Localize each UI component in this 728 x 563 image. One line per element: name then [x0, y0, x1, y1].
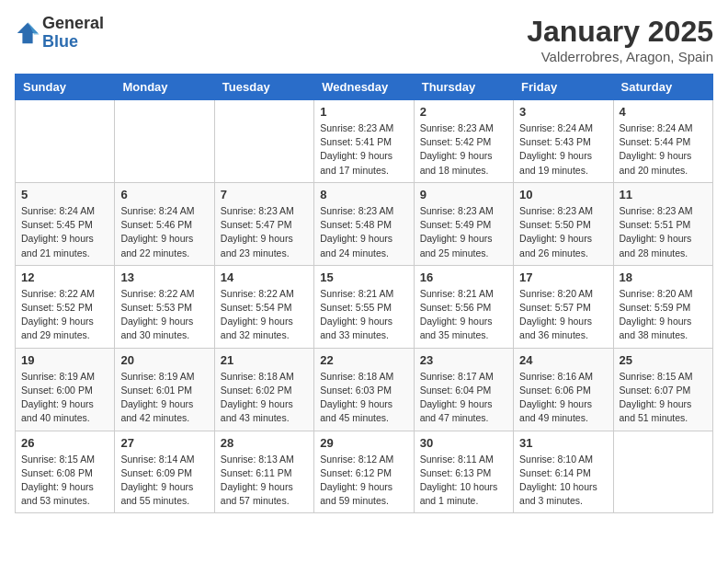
calendar-cell: 9Sunrise: 8:23 AM Sunset: 5:49 PM Daylig…: [414, 182, 513, 265]
day-info: Sunrise: 8:23 AM Sunset: 5:41 PM Dayligh…: [320, 121, 407, 178]
day-info: Sunrise: 8:23 AM Sunset: 5:49 PM Dayligh…: [420, 204, 507, 260]
calendar-cell: 18Sunrise: 8:20 AM Sunset: 5:59 PM Dayli…: [613, 265, 712, 348]
day-number: 7: [221, 188, 308, 201]
calendar-cell: 23Sunrise: 8:17 AM Sunset: 6:04 PM Dayli…: [414, 348, 513, 431]
calendar-cell: 4Sunrise: 8:24 AM Sunset: 5:44 PM Daylig…: [613, 100, 712, 183]
day-number: 4: [620, 105, 707, 119]
calendar-cell: 21Sunrise: 8:18 AM Sunset: 6:02 PM Dayli…: [214, 348, 313, 431]
day-info: Sunrise: 8:18 AM Sunset: 6:03 PM Dayligh…: [320, 370, 407, 426]
calendar-cell: 10Sunrise: 8:23 AM Sunset: 5:50 PM Dayli…: [514, 182, 613, 265]
day-number: 8: [320, 188, 407, 201]
day-number: 26: [21, 436, 108, 450]
calendar-cell: 31Sunrise: 8:10 AM Sunset: 6:14 PM Dayli…: [514, 431, 613, 513]
calendar-cell: 3Sunrise: 8:24 AM Sunset: 5:43 PM Daylig…: [514, 100, 613, 183]
day-number: 5: [21, 188, 108, 201]
day-info: Sunrise: 8:15 AM Sunset: 6:07 PM Dayligh…: [620, 370, 707, 426]
day-info: Sunrise: 8:24 AM Sunset: 5:45 PM Dayligh…: [21, 204, 108, 260]
calendar-cell: 6Sunrise: 8:24 AM Sunset: 5:46 PM Daylig…: [115, 182, 214, 265]
weekday-header: Monday: [115, 75, 214, 100]
logo: General Blue: [15, 15, 104, 52]
calendar-cell: [613, 431, 712, 513]
day-info: Sunrise: 8:10 AM Sunset: 6:14 PM Dayligh…: [519, 453, 607, 509]
day-info: Sunrise: 8:12 AM Sunset: 6:12 PM Dayligh…: [320, 453, 407, 509]
day-number: 21: [221, 353, 308, 367]
calendar-cell: 15Sunrise: 8:21 AM Sunset: 5:55 PM Dayli…: [314, 265, 414, 348]
calendar-cell: [115, 100, 214, 183]
day-number: 14: [221, 270, 308, 284]
day-info: Sunrise: 8:23 AM Sunset: 5:50 PM Dayligh…: [519, 204, 607, 260]
day-number: 6: [120, 188, 208, 201]
day-info: Sunrise: 8:23 AM Sunset: 5:47 PM Dayligh…: [221, 204, 308, 260]
calendar-cell: 24Sunrise: 8:16 AM Sunset: 6:06 PM Dayli…: [514, 348, 613, 431]
day-info: Sunrise: 8:22 AM Sunset: 5:52 PM Dayligh…: [21, 287, 108, 343]
logo-blue-label: Blue: [42, 33, 104, 52]
day-number: 28: [221, 436, 308, 450]
day-number: 22: [320, 353, 407, 367]
title-block: January 2025 Valderrobres, Aragon, Spain: [527, 15, 713, 64]
day-number: 16: [420, 270, 507, 284]
day-number: 15: [320, 270, 407, 284]
calendar-week-row: 12Sunrise: 8:22 AM Sunset: 5:52 PM Dayli…: [16, 265, 713, 348]
weekday-header: Thursday: [414, 75, 513, 100]
day-number: 13: [120, 270, 208, 284]
calendar-cell: 22Sunrise: 8:18 AM Sunset: 6:03 PM Dayli…: [314, 348, 414, 431]
calendar-week-row: 5Sunrise: 8:24 AM Sunset: 5:45 PM Daylig…: [16, 182, 713, 265]
day-info: Sunrise: 8:15 AM Sunset: 6:08 PM Dayligh…: [21, 453, 108, 509]
calendar-cell: 5Sunrise: 8:24 AM Sunset: 5:45 PM Daylig…: [16, 182, 115, 265]
calendar-week-row: 19Sunrise: 8:19 AM Sunset: 6:00 PM Dayli…: [16, 348, 713, 431]
logo-text: General Blue: [42, 15, 104, 52]
weekday-header: Friday: [514, 75, 613, 100]
calendar-week-row: 1Sunrise: 8:23 AM Sunset: 5:41 PM Daylig…: [16, 100, 713, 183]
day-number: 31: [519, 436, 607, 450]
day-info: Sunrise: 8:19 AM Sunset: 6:01 PM Dayligh…: [120, 370, 208, 426]
day-number: 17: [519, 270, 607, 284]
day-number: 3: [519, 105, 607, 119]
calendar-cell: 16Sunrise: 8:21 AM Sunset: 5:56 PM Dayli…: [414, 265, 513, 348]
logo-general-label: General: [42, 15, 104, 33]
day-info: Sunrise: 8:16 AM Sunset: 6:06 PM Dayligh…: [519, 370, 607, 426]
location-label: Valderrobres, Aragon, Spain: [527, 49, 713, 64]
day-info: Sunrise: 8:23 AM Sunset: 5:51 PM Dayligh…: [620, 204, 707, 260]
day-number: 23: [420, 353, 507, 367]
day-info: Sunrise: 8:24 AM Sunset: 5:46 PM Dayligh…: [120, 204, 208, 260]
calendar-cell: 1Sunrise: 8:23 AM Sunset: 5:41 PM Daylig…: [314, 100, 414, 183]
day-info: Sunrise: 8:24 AM Sunset: 5:44 PM Dayligh…: [620, 121, 707, 178]
calendar-cell: 17Sunrise: 8:20 AM Sunset: 5:57 PM Dayli…: [514, 265, 613, 348]
calendar-cell: 12Sunrise: 8:22 AM Sunset: 5:52 PM Dayli…: [16, 265, 115, 348]
calendar-table: SundayMondayTuesdayWednesdayThursdayFrid…: [15, 74, 713, 513]
day-number: 19: [21, 353, 108, 367]
day-info: Sunrise: 8:23 AM Sunset: 5:42 PM Dayligh…: [420, 121, 507, 178]
logo-icon: [15, 20, 40, 46]
month-title: January 2025: [527, 15, 713, 49]
day-number: 18: [620, 270, 707, 284]
calendar-cell: 14Sunrise: 8:22 AM Sunset: 5:54 PM Dayli…: [214, 265, 313, 348]
day-info: Sunrise: 8:22 AM Sunset: 5:53 PM Dayligh…: [120, 287, 208, 343]
calendar-cell: 20Sunrise: 8:19 AM Sunset: 6:01 PM Dayli…: [115, 348, 214, 431]
day-number: 10: [519, 188, 607, 201]
day-number: 27: [120, 436, 208, 450]
weekday-header: Wednesday: [314, 75, 414, 100]
calendar-cell: 25Sunrise: 8:15 AM Sunset: 6:07 PM Dayli…: [613, 348, 712, 431]
weekday-header: Tuesday: [214, 75, 313, 100]
calendar-cell: 30Sunrise: 8:11 AM Sunset: 6:13 PM Dayli…: [414, 431, 513, 513]
day-number: 20: [120, 353, 208, 367]
calendar-header-row: SundayMondayTuesdayWednesdayThursdayFrid…: [16, 75, 713, 100]
calendar-cell: 7Sunrise: 8:23 AM Sunset: 5:47 PM Daylig…: [214, 182, 313, 265]
day-info: Sunrise: 8:17 AM Sunset: 6:04 PM Dayligh…: [420, 370, 507, 426]
day-info: Sunrise: 8:23 AM Sunset: 5:48 PM Dayligh…: [320, 204, 407, 260]
day-info: Sunrise: 8:21 AM Sunset: 5:55 PM Dayligh…: [320, 287, 407, 343]
day-info: Sunrise: 8:19 AM Sunset: 6:00 PM Dayligh…: [21, 370, 108, 426]
calendar-cell: [214, 100, 313, 183]
day-number: 2: [420, 105, 507, 119]
day-info: Sunrise: 8:21 AM Sunset: 5:56 PM Dayligh…: [420, 287, 507, 343]
calendar-cell: 19Sunrise: 8:19 AM Sunset: 6:00 PM Dayli…: [16, 348, 115, 431]
calendar-cell: [16, 100, 115, 183]
day-number: 30: [420, 436, 507, 450]
calendar-cell: 2Sunrise: 8:23 AM Sunset: 5:42 PM Daylig…: [414, 100, 513, 183]
calendar-cell: 11Sunrise: 8:23 AM Sunset: 5:51 PM Dayli…: [613, 182, 712, 265]
day-number: 25: [620, 353, 707, 367]
calendar-cell: 13Sunrise: 8:22 AM Sunset: 5:53 PM Dayli…: [115, 265, 214, 348]
day-number: 9: [420, 188, 507, 201]
day-number: 1: [320, 105, 407, 119]
weekday-header: Sunday: [16, 75, 115, 100]
